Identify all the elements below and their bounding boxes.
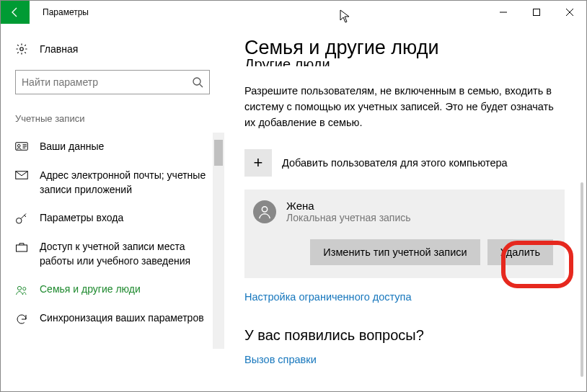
- sidebar-item-your-info[interactable]: Ваши данные: [1, 133, 224, 161]
- maximize-button[interactable]: [520, 1, 553, 24]
- svg-point-13: [17, 218, 22, 224]
- id-card-icon: [15, 141, 28, 154]
- add-user-label: Добавить пользователя для этого компьюте…: [282, 157, 508, 169]
- restricted-access-link[interactable]: Настройка ограниченного доступа: [244, 291, 565, 303]
- home-nav[interactable]: Главная: [1, 38, 224, 60]
- sidebar-item-sync[interactable]: Синхронизация ваших параметров: [1, 304, 224, 333]
- nav-list: Ваши данные Адрес электронной почты; уче…: [1, 133, 224, 349]
- sidebar-item-label: Параметры входа: [40, 211, 123, 226]
- svg-rect-1: [534, 9, 540, 16]
- sidebar-item-label: Доступ к учетной записи места работы или…: [40, 240, 210, 268]
- svg-point-4: [20, 48, 24, 51]
- sidebar-item-label: Синхронизация ваших параметров: [40, 311, 204, 326]
- svg-point-17: [262, 206, 267, 211]
- help-heading: У вас появились вопросы?: [244, 327, 565, 344]
- home-label: Главная: [40, 43, 78, 55]
- sidebar-scrollbar[interactable]: [213, 133, 224, 349]
- sidebar-item-label: Семья и другие люди: [40, 282, 141, 297]
- user-account-type: Локальная учетная запись: [286, 212, 411, 223]
- main-scrollbar[interactable]: [581, 182, 583, 377]
- avatar-icon: [253, 200, 276, 223]
- truncated-subheading: Другие люди: [244, 56, 565, 66]
- section-header: Учетные записи: [1, 113, 224, 124]
- window-title: Параметры: [43, 7, 89, 17]
- svg-point-8: [17, 144, 20, 147]
- sidebar-item-family[interactable]: Семья и другие люди: [1, 275, 224, 304]
- plus-icon: +: [244, 149, 272, 177]
- change-account-type-button[interactable]: Изменить тип учетной записи: [310, 239, 480, 265]
- close-button[interactable]: [553, 1, 586, 24]
- window-controls: [487, 1, 586, 24]
- back-button[interactable]: [1, 1, 30, 24]
- people-icon: [15, 284, 28, 297]
- gear-icon: [15, 43, 28, 55]
- sidebar-item-work-access[interactable]: Доступ к учетной записи места работы или…: [1, 233, 224, 275]
- search-input[interactable]: [22, 76, 192, 88]
- sidebar-item-signin-options[interactable]: Параметры входа: [1, 204, 224, 233]
- sidebar-item-email-accounts[interactable]: Адрес электронной почты; учетные записи …: [1, 161, 224, 204]
- description-text: Разрешите пользователям, не включенным в…: [244, 84, 565, 130]
- sidebar-item-label: Адрес электронной почты; учетные записи …: [40, 169, 210, 197]
- search-icon: [192, 76, 203, 88]
- minimize-button[interactable]: [487, 1, 520, 24]
- help-link[interactable]: Вызов справки: [244, 354, 565, 365]
- sidebar-item-label: Ваши данные: [40, 140, 104, 154]
- delete-button[interactable]: Удалить: [487, 239, 553, 265]
- svg-point-5: [193, 78, 200, 85]
- user-name: Жена: [286, 200, 411, 212]
- main-panel: Семья и другие люди Другие люди Разрешит…: [224, 24, 586, 391]
- user-card[interactable]: Жена Локальная учетная запись Изменить т…: [244, 190, 565, 278]
- briefcase-icon: [15, 241, 28, 254]
- search-box[interactable]: [15, 70, 210, 94]
- scrollbar-thumb[interactable]: [214, 140, 223, 166]
- title-bar: Параметры: [1, 1, 586, 24]
- svg-rect-14: [17, 245, 27, 251]
- svg-point-15: [17, 287, 21, 290]
- key-icon: [15, 213, 28, 226]
- sync-icon: [15, 313, 28, 326]
- sidebar: Главная Учетные записи Ваши данные: [1, 24, 224, 391]
- add-user-row[interactable]: + Добавить пользователя для этого компью…: [244, 149, 565, 177]
- svg-point-16: [23, 288, 26, 290]
- svg-line-6: [200, 84, 203, 87]
- mail-icon: [15, 170, 28, 183]
